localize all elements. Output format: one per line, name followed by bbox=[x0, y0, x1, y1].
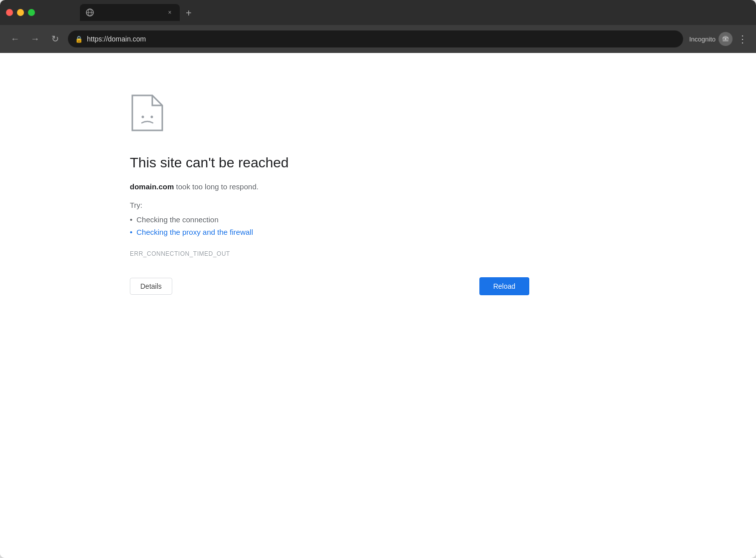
error-code: ERR_CONNECTION_TIMED_OUT bbox=[130, 250, 529, 257]
svg-point-6 bbox=[727, 38, 728, 40]
suggestion-item-connection: Checking the connection bbox=[130, 213, 529, 226]
tab-bar: × + bbox=[40, 4, 750, 21]
error-container: This site can't be reached domain.com to… bbox=[130, 93, 529, 295]
svg-point-9 bbox=[151, 116, 153, 118]
sad-file-icon bbox=[130, 93, 165, 133]
menu-button[interactable]: ⋮ bbox=[738, 33, 748, 45]
reload-button[interactable]: Reload bbox=[479, 277, 529, 295]
traffic-lights bbox=[6, 9, 35, 16]
browser-tab[interactable]: × bbox=[80, 4, 180, 21]
suggestion-link-proxy[interactable]: Checking the proxy and the firewall bbox=[136, 228, 253, 236]
reload-nav-button[interactable]: ↻ bbox=[48, 32, 62, 46]
back-button[interactable]: ← bbox=[8, 32, 22, 46]
new-tab-button[interactable]: + bbox=[184, 5, 194, 21]
try-label: Try: bbox=[130, 201, 529, 209]
suggestion-text-connection: Checking the connection bbox=[136, 215, 218, 224]
incognito-label: Incognito bbox=[689, 35, 716, 43]
minimize-button[interactable] bbox=[17, 9, 24, 16]
browser-window: × + ← → ↻ 🔒 https://domain.com Incognito bbox=[0, 0, 756, 558]
incognito-badge: Incognito bbox=[689, 32, 733, 46]
error-description: domain.com took too long to respond. bbox=[130, 181, 529, 193]
maximize-button[interactable] bbox=[28, 9, 35, 16]
suggestion-item-proxy[interactable]: Checking the proxy and the firewall bbox=[130, 226, 529, 238]
tab-close-button[interactable]: × bbox=[166, 8, 174, 16]
svg-rect-7 bbox=[724, 36, 728, 37]
suggestions-list: Checking the connection Checking the pro… bbox=[130, 213, 529, 238]
error-domain: domain.com bbox=[130, 182, 174, 191]
incognito-icon bbox=[719, 32, 733, 46]
url-text: https://domain.com bbox=[87, 35, 676, 43]
svg-point-8 bbox=[142, 116, 144, 118]
page-content: This site can't be reached domain.com to… bbox=[0, 53, 756, 558]
address-bar: ← → ↻ 🔒 https://domain.com Incognito bbox=[0, 25, 756, 53]
address-bar-right: Incognito ⋮ bbox=[689, 32, 748, 46]
address-input-wrapper[interactable]: 🔒 https://domain.com bbox=[68, 30, 683, 47]
title-bar: × + bbox=[0, 0, 756, 25]
lock-icon: 🔒 bbox=[75, 35, 83, 43]
button-row: Details Reload bbox=[130, 277, 529, 295]
error-description-rest: took too long to respond. bbox=[174, 182, 258, 191]
forward-button[interactable]: → bbox=[28, 32, 42, 46]
tab-favicon-icon bbox=[86, 8, 94, 16]
svg-rect-4 bbox=[723, 40, 729, 41]
details-button[interactable]: Details bbox=[130, 278, 172, 295]
error-title: This site can't be reached bbox=[130, 155, 529, 171]
close-button[interactable] bbox=[6, 9, 13, 16]
svg-point-5 bbox=[724, 38, 725, 40]
